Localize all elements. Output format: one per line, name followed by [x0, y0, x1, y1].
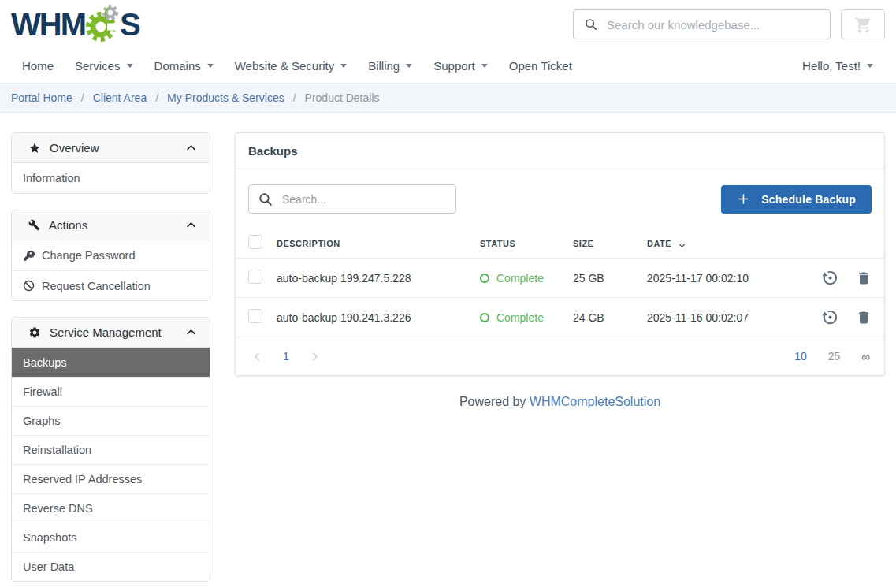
status-complete-icon — [480, 313, 489, 322]
restore-icon — [821, 308, 839, 326]
chevron-right-icon — [309, 351, 321, 363]
schedule-backup-button[interactable]: Schedule Backup — [721, 185, 872, 214]
delete-backup-button[interactable] — [856, 270, 872, 286]
sidebar-item-backups[interactable]: Backups — [12, 348, 210, 377]
gear-icon — [28, 326, 41, 339]
sidebar-item-information[interactable]: Information — [12, 163, 210, 193]
knowledgebase-search-input[interactable] — [607, 18, 822, 32]
overview-panel-header[interactable]: Overview — [12, 133, 210, 163]
whmcompletesolution-link[interactable]: WHMCompleteSolution — [530, 395, 660, 408]
backups-search-input[interactable] — [282, 193, 449, 206]
wrench-icon — [28, 219, 40, 231]
chevron-up-icon — [185, 326, 197, 338]
backups-card: Backups Schedule Backup — [235, 132, 885, 376]
breadcrumb: Portal Home / Client Area / My Products … — [0, 83, 896, 113]
sidebar-item-firewall[interactable]: Firewall — [12, 377, 210, 406]
account-menu[interactable]: Hello, Test! — [802, 59, 873, 73]
column-header-description: DESCRIPTION — [277, 239, 480, 248]
key-icon — [23, 250, 35, 262]
trash-icon — [856, 270, 872, 286]
backups-search — [248, 184, 456, 214]
table-header-row: DESCRIPTION STATUS SIZE DATE — [236, 229, 884, 258]
page-size-25[interactable]: 25 — [828, 350, 841, 363]
chevron-up-icon — [185, 142, 197, 154]
nav-item-open-ticket[interactable]: Open Ticket — [509, 59, 572, 73]
previous-page-button[interactable] — [251, 351, 263, 363]
chevron-up-icon — [185, 219, 197, 231]
sidebar-item-user-data[interactable]: User Data — [12, 552, 210, 581]
shopping-cart-icon — [854, 16, 872, 34]
nav-item-billing[interactable]: Billing — [368, 59, 412, 73]
status-badge: Complete — [480, 311, 573, 324]
sidebar-item-reserved-ip-addresses[interactable]: Reserved IP Addresses — [12, 464, 210, 493]
whmcs-logo[interactable]: WHM S — [11, 5, 139, 44]
backup-date: 2025-11-17 00:02:10 — [647, 272, 804, 285]
plus-icon — [737, 192, 750, 206]
powered-by-text: Powered by — [459, 395, 526, 408]
logo-text-s: S — [120, 9, 139, 40]
logo-text-whm: WHM — [11, 9, 85, 40]
restore-icon — [821, 269, 839, 287]
column-header-date[interactable]: DATE — [647, 238, 804, 249]
backups-toolbar: Schedule Backup — [236, 169, 884, 229]
select-all-checkbox[interactable] — [248, 235, 262, 249]
sidebar-item-reinstallation[interactable]: Reinstallation — [12, 435, 210, 464]
nav-item-website-security[interactable]: Website & Security — [235, 59, 347, 73]
top-header: WHM S — [0, 0, 896, 49]
gears-icon — [84, 5, 122, 44]
sort-descending-icon — [677, 238, 687, 249]
next-page-button[interactable] — [309, 351, 321, 363]
chevron-down-icon — [867, 64, 873, 68]
actions-panel-header[interactable]: Actions — [12, 210, 210, 240]
page-title: Backups — [236, 133, 884, 169]
sidebar-item-snapshots[interactable]: Snapshots — [12, 523, 210, 552]
chevron-down-icon — [127, 64, 133, 68]
page-size-all[interactable]: ∞ — [861, 350, 870, 363]
sidebar-item-change-password[interactable]: Change Password — [12, 240, 210, 270]
ban-icon — [23, 280, 35, 292]
sidebar: Overview Information Actions — [11, 132, 210, 588]
breadcrumb-separator: / — [81, 91, 84, 104]
row-checkbox[interactable] — [248, 270, 262, 284]
main-content: Backups Schedule Backup — [235, 132, 885, 409]
restore-backup-button[interactable] — [821, 269, 839, 287]
page-size-10[interactable]: 10 — [794, 350, 807, 363]
restore-backup-button[interactable] — [821, 308, 839, 326]
knowledgebase-search — [573, 9, 831, 39]
backup-date: 2025-11-16 00:02:07 — [647, 311, 804, 324]
trash-icon — [856, 310, 872, 326]
breadcrumb-my-products[interactable]: My Products & Services — [167, 91, 284, 104]
search-icon — [258, 192, 273, 207]
chevron-down-icon — [207, 64, 214, 68]
overview-panel: Overview Information — [11, 132, 210, 194]
breadcrumb-portal-home[interactable]: Portal Home — [11, 91, 72, 104]
chevron-left-icon — [251, 351, 263, 363]
row-checkbox[interactable] — [248, 309, 262, 323]
cart-button[interactable] — [841, 9, 885, 39]
service-management-panel-header[interactable]: Service Management — [12, 318, 210, 348]
breadcrumb-client-area[interactable]: Client Area — [93, 91, 147, 104]
page-number[interactable]: 1 — [283, 350, 289, 363]
actions-panel: Actions Change Password Request Cancella… — [11, 210, 210, 301]
breadcrumb-separator: / — [155, 91, 158, 104]
sidebar-item-reverse-dns[interactable]: Reverse DNS — [12, 493, 210, 523]
chevron-down-icon — [406, 64, 412, 68]
backup-size: 24 GB — [573, 311, 647, 324]
chevron-down-icon — [340, 64, 347, 68]
sidebar-item-request-cancellation[interactable]: Request Cancellation — [12, 270, 210, 300]
pagination: 1 10 25 ∞ — [236, 337, 884, 375]
breadcrumb-product-details: Product Details — [305, 91, 380, 104]
sidebar-item-graphs[interactable]: Graphs — [12, 406, 210, 435]
status-badge: Complete — [480, 272, 573, 285]
column-header-status: STATUS — [480, 239, 573, 248]
nav-item-domains[interactable]: Domains — [154, 59, 214, 73]
main-nav: Home Services Domains Website & Security… — [0, 49, 896, 83]
delete-backup-button[interactable] — [856, 310, 872, 326]
star-icon — [28, 142, 41, 154]
nav-item-services[interactable]: Services — [75, 59, 133, 73]
table-row: auto-backup 199.247.5.228 Complete 25 GB… — [236, 258, 884, 297]
nav-item-support[interactable]: Support — [433, 59, 488, 73]
search-icon — [585, 18, 597, 31]
nav-item-home[interactable]: Home — [22, 59, 54, 73]
table-row: auto-backup 190.241.3.226 Complete 24 GB… — [236, 297, 884, 337]
